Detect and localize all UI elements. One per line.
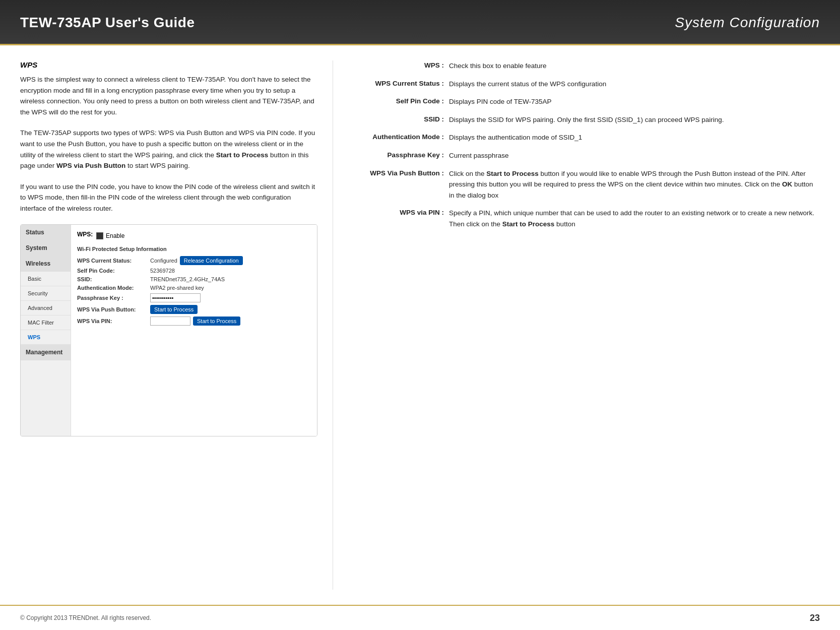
- desc-text-wps: Check this box to enable feature: [449, 60, 820, 72]
- description-table: WPS : Check this box to enable feature W…: [348, 60, 820, 230]
- via-pin-row: WPS Via PIN: Start to Process: [77, 317, 311, 326]
- desc-ssid: SSID : Displays the SSID for WPS pairing…: [348, 114, 820, 125]
- section-title: System Configuration: [675, 15, 820, 31]
- nav-mac-filter[interactable]: MAC Filter: [21, 316, 71, 330]
- mockup-sidebar: Status System Wireless Basic Security Ad…: [21, 225, 317, 436]
- desc-label-passphrase: Passphrase Key :: [348, 150, 449, 161]
- pin-start-button[interactable]: Start to Process: [193, 317, 240, 326]
- wps-enable-row: WPS: Enable: [77, 231, 311, 241]
- auth-mode-row: Authentication Mode: WPA2 pre-shared key: [77, 285, 311, 291]
- right-panel: WPS : Check this box to enable feature W…: [333, 60, 820, 590]
- desc-text-auth-mode: Displays the authentication mode of SSID…: [449, 132, 820, 143]
- wps-field-label: WPS:: [77, 231, 93, 238]
- intro-paragraph-2: The TEW-735AP supports two types of WPS:…: [20, 128, 317, 171]
- passphrase-row: Passphrase Key :: [77, 293, 311, 302]
- desc-label-push-button: WPS Via Push Button :: [348, 168, 449, 179]
- ssid-row: SSID: TRENDnet735_2.4GHz_74AS: [77, 276, 311, 282]
- page-footer: © Copyright 2013 TRENDnet. All rights re…: [0, 605, 840, 630]
- wps-current-status-label: WPS Current Status:: [77, 258, 150, 264]
- desc-label-self-pin: Self Pin Code :: [348, 96, 449, 107]
- guide-title: TEW-735AP User's Guide: [20, 15, 195, 31]
- ssid-label: SSID:: [77, 276, 150, 282]
- wifi-info-title: Wi-Fi Protected Setup Information: [77, 246, 311, 252]
- desc-label-ssid: SSID :: [348, 114, 449, 125]
- left-panel: WPS WPS is the simplest way to connect a…: [20, 60, 333, 590]
- ssid-value: TRENDnet735_2.4GHz_74AS: [150, 276, 225, 282]
- wps-current-status-value: Configured: [150, 258, 177, 264]
- intro-paragraph-3: If you want to use the PIN code, you hav…: [20, 181, 317, 214]
- nav-advanced[interactable]: Advanced: [21, 301, 71, 316]
- passphrase-label: Passphrase Key :: [77, 295, 150, 301]
- desc-text-self-pin: Displays PIN code of TEW-735AP: [449, 96, 820, 107]
- auth-mode-value: WPA2 pre-shared key: [150, 285, 204, 291]
- auth-mode-label: Authentication Mode:: [77, 285, 150, 291]
- desc-auth-mode: Authentication Mode : Displays the authe…: [348, 132, 820, 143]
- wps-section-title: WPS: [20, 60, 317, 69]
- page-header: TEW-735AP User's Guide System Configurat…: [0, 0, 840, 45]
- self-pin-label: Self Pin Code:: [77, 268, 150, 274]
- desc-push-button: WPS Via Push Button : Click on the Start…: [348, 168, 820, 201]
- intro-paragraph-1: WPS is the simplest way to connect a wir…: [20, 74, 317, 117]
- desc-text-passphrase: Current passphrase: [449, 150, 820, 161]
- desc-label-wps-status: WPS Current Status :: [348, 79, 449, 89]
- router-mockup: Status System Wireless Basic Security Ad…: [20, 224, 317, 436]
- wps-current-status-row: WPS Current Status: Configured Release C…: [77, 256, 311, 265]
- nav-basic[interactable]: Basic: [21, 272, 71, 286]
- main-content: WPS WPS is the simplest way to connect a…: [0, 45, 840, 605]
- wps-checkbox[interactable]: [96, 232, 103, 239]
- self-pin-value: 52369728: [150, 268, 175, 274]
- passphrase-input[interactable]: [150, 293, 201, 302]
- desc-text-wps-status: Displays the current status of the WPS c…: [449, 79, 820, 90]
- desc-label-wps: WPS :: [348, 60, 449, 71]
- mockup-content: WPS: Enable Wi-Fi Protected Setup Inform…: [71, 225, 317, 436]
- desc-label-auth-mode: Authentication Mode :: [348, 132, 449, 143]
- sidebar-nav: Status System Wireless Basic Security Ad…: [21, 225, 71, 436]
- self-pin-row: Self Pin Code: 52369728: [77, 268, 311, 274]
- nav-status[interactable]: Status: [21, 225, 71, 240]
- push-button-start[interactable]: Start to Process: [150, 305, 198, 314]
- desc-text-push-button: Click on the Start to Process button if …: [449, 168, 820, 201]
- nav-management[interactable]: Management: [21, 345, 71, 360]
- enable-label: Enable: [106, 232, 124, 239]
- push-button-row: WPS Via Push Button: Start to Process: [77, 305, 311, 314]
- release-config-button[interactable]: Release Configuration: [180, 256, 243, 265]
- desc-text-ssid: Displays the SSID for WPS pairing. Only …: [449, 114, 820, 125]
- desc-wps-status: WPS Current Status : Displays the curren…: [348, 79, 820, 90]
- pin-input[interactable]: [150, 317, 190, 326]
- desc-wps: WPS : Check this box to enable feature: [348, 60, 820, 72]
- desc-self-pin: Self Pin Code : Displays PIN code of TEW…: [348, 96, 820, 107]
- nav-wps[interactable]: WPS: [21, 330, 71, 345]
- page-number: 23: [810, 613, 820, 623]
- desc-via-pin: WPS via PIN : Specify a PIN, which uniqu…: [348, 208, 820, 229]
- desc-label-via-pin: WPS via PIN :: [348, 208, 449, 218]
- desc-text-via-pin: Specify a PIN, which unique number that …: [449, 208, 820, 229]
- nav-system[interactable]: System: [21, 240, 71, 256]
- push-button-label: WPS Via Push Button:: [77, 306, 150, 312]
- nav-wireless[interactable]: Wireless: [21, 256, 71, 272]
- nav-security[interactable]: Security: [21, 286, 71, 301]
- copyright-text: © Copyright 2013 TRENDnet. All rights re…: [20, 614, 151, 621]
- via-pin-label: WPS Via PIN:: [77, 318, 150, 324]
- desc-passphrase: Passphrase Key : Current passphrase: [348, 150, 820, 161]
